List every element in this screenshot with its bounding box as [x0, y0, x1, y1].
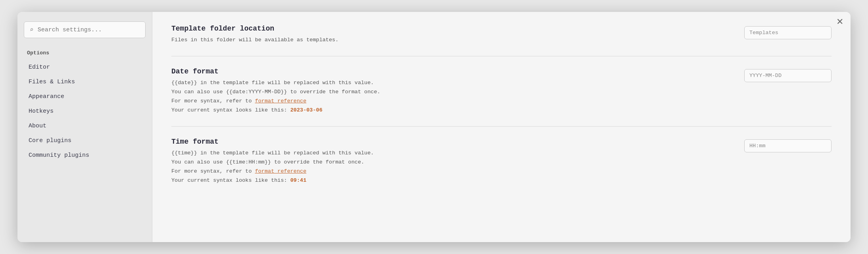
sidebar-item-community-plugins[interactable]: Community plugins — [24, 149, 146, 162]
search-input[interactable] — [38, 27, 140, 33]
time-format-reference-link[interactable]: format reference — [255, 168, 307, 174]
time-format-input[interactable] — [744, 139, 832, 152]
setting-date-format-title: Date format — [171, 67, 728, 75]
sidebar-item-editor[interactable]: Editor — [24, 61, 146, 74]
options-section-label: Options — [24, 48, 146, 58]
date-desc-line4: Your current syntax looks like this: 202… — [171, 107, 323, 113]
time-current-value: 09:41 — [290, 177, 307, 183]
time-desc-line1: {{time}} in the template file will be re… — [171, 150, 374, 156]
time-desc-line2: You can also use {{time:HH:mm}} to overr… — [171, 159, 364, 165]
sidebar-item-files-links[interactable]: Files & Links — [24, 75, 146, 89]
settings-modal: ✕ ⌕ Options Editor Files & Links Appeara… — [17, 12, 851, 242]
close-button[interactable]: ✕ — [836, 17, 843, 26]
sidebar-item-hotkeys[interactable]: Hotkeys — [24, 105, 146, 118]
setting-template-folder-title: Template folder location — [171, 25, 728, 33]
template-folder-input[interactable] — [744, 26, 832, 39]
time-desc-line3: For more syntax, refer to format referen… — [171, 168, 306, 174]
date-format-reference-link[interactable]: format reference — [255, 98, 307, 104]
setting-date-format: Date format {{date}} in the template fil… — [171, 67, 832, 127]
date-desc-line3: For more syntax, refer to format referen… — [171, 98, 306, 104]
search-bar[interactable]: ⌕ — [24, 21, 146, 38]
setting-date-format-info: Date format {{date}} in the template fil… — [171, 67, 728, 115]
setting-template-folder-desc: Files in this folder will be available a… — [171, 36, 728, 45]
search-icon: ⌕ — [30, 26, 34, 34]
sidebar-item-appearance[interactable]: Appearance — [24, 90, 146, 103]
setting-time-format-info: Time format {{time}} in the template fil… — [171, 138, 728, 185]
date-desc-line1: {{date}} in the template file will be re… — [171, 80, 374, 86]
sidebar: ⌕ Options Editor Files & Links Appearanc… — [17, 12, 152, 242]
setting-time-format-desc: {{time}} in the template file will be re… — [171, 149, 728, 185]
date-desc-line2: You can also use {{date:YYYY-MM-DD}} to … — [171, 89, 380, 95]
date-format-input[interactable] — [744, 69, 832, 82]
sidebar-item-core-plugins[interactable]: Core plugins — [24, 134, 146, 147]
setting-date-format-control — [744, 67, 832, 82]
setting-time-format: Time format {{time}} in the template fil… — [171, 138, 832, 196]
sidebar-item-about[interactable]: About — [24, 119, 146, 133]
main-content: Template folder location Files in this f… — [152, 12, 851, 242]
setting-template-folder-info: Template folder location Files in this f… — [171, 25, 728, 45]
setting-template-folder-control — [744, 25, 832, 39]
setting-time-format-control — [744, 138, 832, 152]
date-current-value: 2023-03-06 — [290, 107, 323, 113]
setting-time-format-title: Time format — [171, 138, 728, 146]
setting-date-format-desc: {{date}} in the template file will be re… — [171, 79, 728, 115]
setting-template-folder: Template folder location Files in this f… — [171, 25, 832, 56]
time-desc-line4: Your current syntax looks like this: 09:… — [171, 177, 306, 183]
